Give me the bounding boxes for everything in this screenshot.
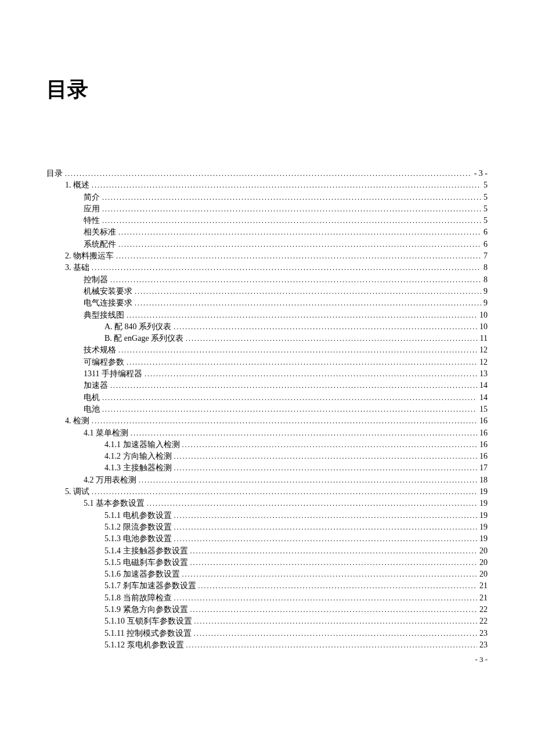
toc-entry-page: 5: [484, 203, 488, 215]
toc-entry: 相关标准6: [46, 226, 488, 238]
toc-entry: 电机14: [46, 392, 488, 404]
toc-entry: 5.1.6 加速器参数设置20: [46, 568, 488, 580]
toc-entry: 4.1.3 主接触器检测17: [46, 462, 488, 474]
toc-entry-page: 20: [479, 568, 488, 580]
toc-entry-label: 5.1 基本参数设置: [84, 498, 145, 509]
toc-leader-dots: [116, 250, 481, 262]
toc-entry-page: 12: [479, 357, 488, 368]
toc-entry-label: 5.1.5 电磁刹车参数设置: [104, 557, 188, 568]
toc-entry: 4.1.2 方向输入检测16: [46, 451, 488, 462]
toc-entry-page: 14: [479, 380, 488, 391]
toc-entry: 技术规格12: [46, 344, 488, 356]
toc-entry-label: 5.1.3 电池参数设置: [104, 533, 172, 545]
toc-leader-dots: [190, 545, 478, 557]
toc-entry-page: 17: [479, 462, 488, 474]
toc-entry: 5.1.11 控制模式参数设置23: [46, 628, 488, 639]
toc-entry-page: 6: [484, 226, 488, 238]
toc-entry: 电气连接要求9: [46, 297, 488, 309]
toc-entry: 电池15: [46, 404, 488, 415]
toc-entry: 典型接线图10: [46, 309, 488, 321]
toc-entry: 4.1 菜单检测16: [46, 427, 488, 439]
toc-entry-label: 电池: [84, 404, 100, 415]
toc-entry-label: 机械安装要求: [84, 286, 132, 297]
toc-entry: 系统配件6: [46, 239, 488, 250]
toc-entry: 目录- 3 -: [46, 168, 488, 179]
toc-entry-label: 可编程参数: [84, 357, 124, 368]
toc-entry-label: 系统配件: [84, 239, 116, 250]
toc-entry-page: 19: [479, 521, 488, 533]
toc-leader-dots: [118, 226, 481, 238]
toc-leader-dots: [65, 168, 472, 179]
toc-leader-dots: [174, 533, 478, 545]
toc-entry-page: 23: [479, 628, 488, 639]
toc-leader-dots: [186, 639, 478, 651]
toc-leader-dots: [102, 392, 477, 404]
toc-entry-page: 8: [484, 274, 488, 286]
toc-leader-dots: [174, 451, 478, 462]
toc-entry-page: 22: [479, 615, 488, 627]
toc-leader-dots: [145, 368, 477, 380]
toc-leader-dots: [174, 592, 478, 604]
toc-leader-dots: [174, 321, 477, 333]
toc-entry: 5.1.3 电池参数设置19: [46, 533, 488, 545]
toc-leader-dots: [102, 203, 481, 215]
toc-entry-page: 10: [479, 309, 488, 321]
toc-entry-page: 20: [479, 557, 488, 568]
toc-leader-dots: [127, 309, 477, 321]
toc-entry-label: 5.1.10 互锁刹车参数设置: [104, 615, 192, 627]
toc-entry: 4. 检测16: [46, 415, 488, 427]
toc-entry-page: 7: [484, 250, 488, 262]
toc-leader-dots: [199, 580, 478, 592]
toc-entry-page: 12: [479, 344, 488, 356]
toc-leader-dots: [190, 557, 478, 568]
toc-entry-label: 相关标准: [84, 226, 116, 238]
toc-leader-dots: [92, 262, 481, 273]
toc-leader-dots: [110, 380, 477, 391]
toc-entry-label: 典型接线图: [84, 309, 124, 321]
toc-leader-dots: [102, 215, 481, 226]
toc-entry-page: 19: [479, 498, 488, 509]
toc-entry: 3. 基础8: [46, 262, 488, 273]
toc-entry-page: 11: [480, 333, 488, 344]
toc-entry: 5.1.2 限流参数设置19: [46, 521, 488, 533]
toc-entry: 5.1.8 当前故障检查21: [46, 592, 488, 604]
toc-entry-page: 19: [479, 486, 488, 498]
toc-entry: 可编程参数12: [46, 357, 488, 368]
toc-entry-page: 15: [479, 404, 488, 415]
toc-leader-dots: [147, 498, 477, 509]
toc-leader-dots: [118, 239, 481, 250]
toc-entry-label: 5.1.12 泵电机参数设置: [104, 639, 184, 651]
toc-leader-dots: [194, 615, 478, 627]
toc-entry-label: 技术规格: [84, 344, 116, 356]
toc-entry-label: 4.1.3 主接触器检测: [104, 462, 172, 474]
toc-entry-page: 16: [479, 415, 488, 427]
toc-entry-page: 22: [479, 604, 488, 615]
toc-entry: 特性5: [46, 215, 488, 226]
toc-entry-page: 10: [479, 321, 488, 333]
toc-entry: 5.1.9 紧急方向参数设置22: [46, 604, 488, 615]
toc-entry-page: 18: [479, 474, 488, 486]
toc-entry-label: 4. 检测: [65, 415, 89, 427]
toc-entry-label: 4.1.1 加速器输入检测: [104, 439, 180, 451]
toc-leader-dots: [194, 628, 477, 639]
toc-entry: 1311 手持编程器13: [46, 368, 488, 380]
toc-entry: B. 配 enGage 系列仪表11: [46, 333, 488, 344]
toc-entry: A. 配 840 系列仪表10: [46, 321, 488, 333]
toc-entry-label: 控制器: [84, 274, 108, 286]
toc-entry-page: 5: [484, 215, 488, 226]
toc-entry-label: 电机: [84, 392, 100, 404]
toc-entry-label: 5.1.1 电机参数设置: [104, 510, 172, 521]
toc-leader-dots: [92, 415, 477, 427]
toc-entry-label: 5.1.6 加速器参数设置: [104, 568, 180, 580]
toc-entry-label: 5.1.2 限流参数设置: [104, 521, 172, 533]
toc-entry-page: 5: [484, 192, 488, 203]
toc-leader-dots: [92, 179, 481, 191]
toc-entry-label: 应用: [84, 203, 100, 215]
page-number: - 3 -: [475, 655, 488, 664]
toc-entry-page: 19: [479, 510, 488, 521]
toc-entry-page: - 3 -: [474, 168, 488, 179]
toc-leader-dots: [110, 274, 481, 286]
toc-entry-page: 16: [479, 439, 488, 451]
toc-entry: 2. 物料搬运车7: [46, 250, 488, 262]
toc-entry-page: 20: [479, 545, 488, 557]
